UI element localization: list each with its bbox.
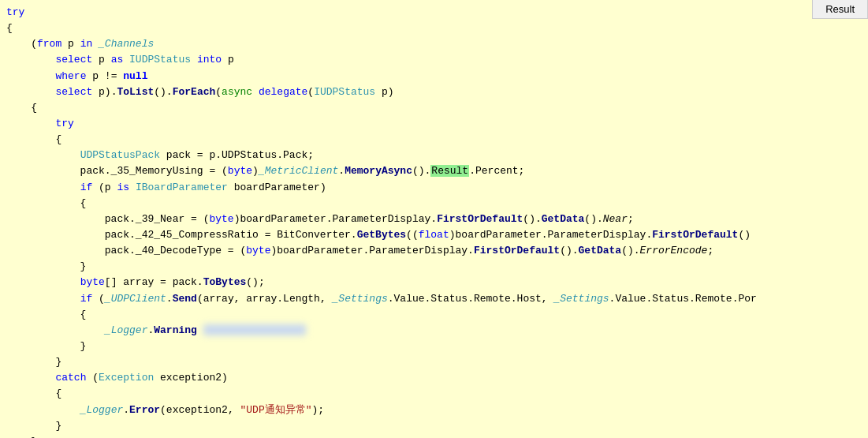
code-line: pack._35_MemoryUsing = (byte)_MetricClie… (0, 163, 868, 179)
code-line: { (0, 386, 868, 402)
code-line: { (0, 21, 868, 36)
code-line: } (0, 354, 868, 370)
code-line: try (0, 5, 868, 21)
code-line: pack._40_DecodeType = (byte)boardParamet… (0, 243, 868, 259)
code-line: select p as IUDPStatus into p (0, 52, 868, 68)
result-tab[interactable]: Result (812, 0, 868, 19)
code-line: { (0, 132, 868, 148)
code-line: UDPStatusPack pack = p.UDPStatus.Pack; (0, 148, 868, 163)
code-line: where p != null (0, 69, 868, 84)
code-line: select p).ToList().ForEach(async delegat… (0, 84, 868, 100)
code-line: { (0, 307, 868, 323)
code-line: _Logger.Warning (0, 323, 868, 339)
code-line: (from p in _Channels (0, 36, 868, 52)
code-line: _Logger.Error(exception2, "UDP通知异常"); (0, 402, 868, 418)
blurred-text (203, 324, 306, 335)
code-line: } (0, 339, 868, 354)
code-line: } (0, 418, 868, 434)
code-line: try (0, 116, 868, 132)
code-line: pack._39_Near = (byte)boardParameter.Par… (0, 212, 868, 227)
code-editor: Result try { (from p in _Channels select… (0, 0, 868, 438)
code-line: } (0, 434, 868, 438)
code-line: catch (Exception exception2) (0, 370, 868, 386)
code-line: { (0, 196, 868, 212)
code-line: byte[] array = pack.ToBytes(); (0, 275, 868, 290)
code-line: pack._42_45_CompressRatio = BitConverter… (0, 227, 868, 243)
code-line: } (0, 259, 868, 275)
code-line: { (0, 100, 868, 116)
code-line: if (p is IBoardParameter boardParameter) (0, 180, 868, 196)
code-line: if (_UDPClient.Send(array, array.Length,… (0, 291, 868, 307)
